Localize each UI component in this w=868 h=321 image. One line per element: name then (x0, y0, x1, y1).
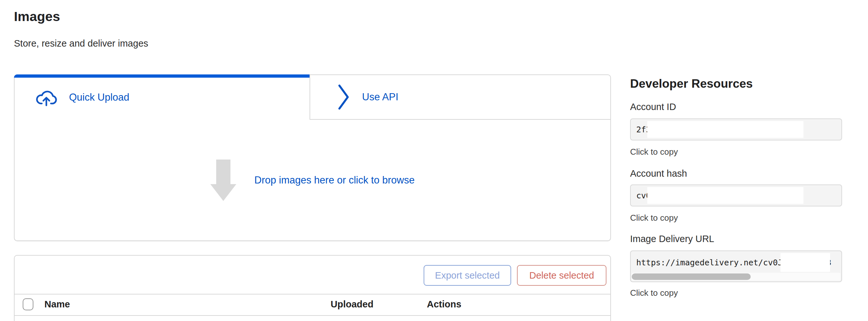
image-delivery-url-click-to-copy: Click to copy (630, 288, 678, 298)
page-subtitle: Store, resize and deliver images (14, 38, 148, 49)
image-delivery-url-value: https://imagedelivery.net/cv0JSj (636, 251, 793, 274)
chevron-right-icon (336, 83, 351, 111)
arrow-down-icon (210, 159, 236, 201)
image-dropzone[interactable]: Drop images here or click to browse (14, 120, 610, 241)
account-hash-click-to-copy: Click to copy (630, 213, 678, 223)
image-list-card: Export selected Delete selected Name Upl… (14, 255, 611, 321)
account-id-field[interactable]: 2f3d (630, 118, 842, 140)
active-tab-indicator (14, 74, 310, 78)
tab-use-api-label: Use API (362, 91, 398, 103)
tab-bar: Quick Upload Use API (14, 75, 610, 120)
account-id-click-to-copy: Click to copy (630, 147, 678, 157)
export-selected-button[interactable]: Export selected (424, 265, 511, 286)
image-delivery-url-label: Image Delivery URL (630, 234, 714, 244)
upload-card: Quick Upload Use API Drop images here or… (14, 74, 611, 241)
cloud-upload-icon (35, 88, 58, 107)
scrollbar-thumb[interactable] (632, 274, 751, 280)
column-header-uploaded: Uploaded (331, 299, 373, 310)
delete-selected-button[interactable]: Delete selected (517, 265, 607, 286)
select-all-checkbox[interactable] (23, 298, 33, 310)
redaction-overlay (647, 187, 804, 204)
image-delivery-url-field[interactable]: https://imagedelivery.net/cv0JSj 3 (630, 250, 842, 282)
account-hash-label: Account hash (630, 168, 687, 179)
tab-quick-upload[interactable]: Quick Upload (14, 75, 310, 120)
dropzone-label: Drop images here or click to browse (254, 174, 414, 186)
list-toolbar: Export selected Delete selected (14, 256, 610, 294)
redaction-overlay (780, 253, 830, 272)
developer-resources-title: Developer Resources (630, 77, 753, 91)
tab-use-api[interactable]: Use API (310, 75, 610, 120)
column-header-actions: Actions (427, 299, 461, 310)
account-id-label: Account ID (630, 102, 676, 112)
table-header-row: Name Uploaded Actions (14, 294, 610, 316)
account-hash-field[interactable]: cv0J (630, 184, 842, 207)
column-header-name: Name (44, 299, 70, 310)
tab-quick-upload-label: Quick Upload (69, 92, 129, 103)
horizontal-scrollbar[interactable] (632, 273, 840, 281)
page-title: Images (14, 9, 60, 24)
redaction-overlay (647, 121, 804, 138)
